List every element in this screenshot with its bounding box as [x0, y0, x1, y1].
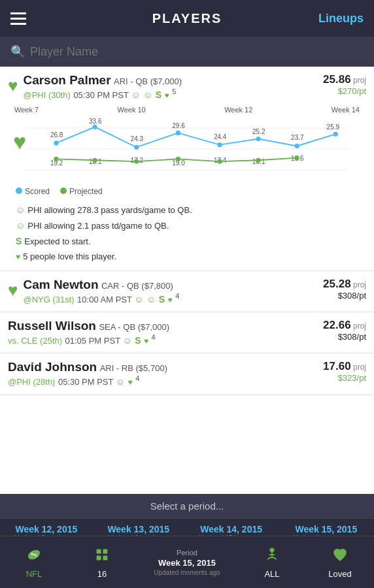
- svg-point-12: [92, 125, 97, 129]
- period-week-4: Week 15, 2015: [293, 524, 359, 534]
- svg-point-31: [256, 158, 260, 163]
- player-team-3: SEA - QB ($7,000): [99, 322, 169, 332]
- proj-score-2: 25.28: [323, 278, 351, 290]
- search-input[interactable]: [30, 45, 364, 59]
- bottom-nav: NFL 16 Period Week 15, 2015 Updated mome…: [0, 536, 374, 588]
- badge-s-1: S: [156, 90, 162, 100]
- proj-score-4: 17.60: [323, 360, 351, 372]
- select-period-bar[interactable]: Select a period...: [0, 494, 374, 518]
- svg-point-26: [54, 157, 58, 161]
- chart-svg-1: 26.8 33.6 24.3 29.6 24.4 25.2 23.7 25.9: [8, 116, 366, 182]
- player-chart-1: Week 7 Week 10 Week 12 Week 14 26.8 33.6…: [8, 101, 366, 270]
- player-matchup-2: @NYG (31st): [23, 295, 74, 304]
- svg-point-27: [92, 158, 97, 163]
- player-card-3: Russell Wilson SEA - QB ($7,000) vs. CLE…: [0, 312, 374, 353]
- price-per-pt-4: $323/pt: [323, 373, 366, 383]
- svg-rect-38: [103, 549, 107, 554]
- player-stats-4: 17.60 proj $323/pt: [323, 360, 366, 383]
- svg-text:23.7: 23.7: [291, 135, 304, 142]
- player-stats-2: 25.28 proj $308/pt: [323, 278, 366, 301]
- player-matchup-3: vs. CLE (25th): [8, 336, 62, 346]
- insight-smile-1: ☺: [16, 203, 25, 218]
- svg-point-13: [134, 145, 139, 150]
- badge-heart-2: ♥: [168, 295, 173, 304]
- svg-rect-39: [97, 555, 101, 560]
- svg-point-16: [256, 137, 260, 141]
- nav-period-updated: Updated moments ago: [154, 569, 220, 576]
- player-matchup-4: @PHI (28th): [8, 378, 55, 387]
- proj-score-1: 25.86: [323, 73, 351, 86]
- nav-sport[interactable]: NFL: [0, 546, 68, 579]
- nav-sort[interactable]: Loved: [306, 546, 374, 579]
- svg-text:25.2: 25.2: [252, 129, 265, 136]
- svg-point-14: [176, 131, 180, 135]
- badge-count-4: 4: [135, 374, 139, 382]
- insight-smile-2: ☺: [16, 218, 25, 234]
- player-matchup-1: @PHI (30th): [23, 90, 70, 100]
- nav-sort-value: Loved: [328, 569, 351, 579]
- chart-heart-overlay[interactable]: ♥: [13, 129, 26, 155]
- badge-smile-1b: ☺: [143, 90, 152, 100]
- player-team-1: ARI - QB ($7,000): [114, 76, 182, 86]
- svg-point-29: [176, 157, 180, 161]
- love-button-1[interactable]: ♥: [8, 76, 18, 96]
- svg-point-11: [54, 141, 58, 146]
- player-stats-1: 25.86 proj $270/pt: [323, 73, 366, 96]
- player-stats-3: 22.66 proj $308/pt: [323, 319, 366, 342]
- app-header: PLAYERS Lineups: [0, 0, 374, 37]
- badge-count-3: 4: [152, 333, 156, 341]
- player-card-1: ♥ Carson Palmer ARI - QB ($7,000) @PHI (…: [0, 67, 374, 271]
- player-team-2: CAR - QB ($7,800): [101, 281, 173, 291]
- player-card-2: ♥ Cam Newton CAR - QB ($7,800) @NYG (31s…: [0, 271, 374, 312]
- svg-rect-37: [97, 549, 101, 554]
- svg-text:26.8: 26.8: [50, 131, 63, 139]
- svg-text:24.4: 24.4: [214, 133, 227, 140]
- period-week-2: Week 13, 2015: [107, 524, 169, 534]
- nav-period-label: Period: [177, 549, 197, 557]
- svg-point-28: [134, 159, 139, 164]
- nav-period-week: Week 15, 2015: [158, 558, 216, 568]
- svg-point-32: [295, 155, 299, 160]
- badge-smile-4a: ☺: [116, 377, 125, 387]
- legend-projected-label: Projected: [69, 187, 103, 196]
- insight-heart: ♥: [16, 250, 20, 263]
- nav-games[interactable]: 16: [68, 546, 136, 579]
- nav-position-value: ALL: [264, 569, 279, 579]
- period-week-1: Week 12, 2015: [15, 524, 78, 534]
- games-icon: [93, 546, 111, 566]
- badge-s-3: S: [135, 335, 141, 346]
- svg-text:33.6: 33.6: [89, 118, 102, 125]
- sort-loved-icon: [331, 546, 349, 566]
- player-name-4: David Johnson: [8, 360, 97, 374]
- chart-legend: Scored Projected: [8, 184, 366, 199]
- love-button-2[interactable]: ♥: [8, 280, 18, 301]
- badge-s-2: S: [159, 294, 165, 304]
- player-team-4: ARI - RB ($5,700): [100, 363, 167, 373]
- badge-heart-1: ♥: [165, 91, 169, 100]
- svg-point-30: [217, 159, 222, 164]
- lineups-button[interactable]: Lineups: [318, 12, 364, 25]
- player-time-1: 05:30 PM PST: [73, 90, 131, 100]
- period-week-3: Week 14, 2015: [199, 524, 264, 534]
- svg-text:29.6: 29.6: [172, 123, 185, 130]
- nav-period[interactable]: Period Week 15, 2015 Updated moments ago: [136, 549, 238, 576]
- svg-rect-40: [103, 555, 107, 560]
- player-name-1: Carson Palmer: [23, 73, 110, 87]
- svg-point-17: [295, 144, 299, 148]
- insight-s: S: [16, 234, 22, 250]
- player-name-2: Cam Newton: [23, 278, 98, 291]
- price-per-pt-1: $270/pt: [323, 86, 366, 96]
- badge-heart-3: ♥: [144, 336, 148, 346]
- player-card-4: David Johnson ARI - RB ($5,700) @PHI (28…: [0, 353, 374, 395]
- proj-score-3: 22.66: [323, 319, 351, 331]
- nav-position[interactable]: ALL: [238, 546, 306, 579]
- badge-heart-4: ♥: [128, 378, 133, 387]
- svg-point-18: [333, 132, 338, 137]
- player-insights-1: ☺PHI allowing 278.3 pass yards/game to Q…: [8, 199, 366, 270]
- search-icon: 🔍: [10, 44, 25, 59]
- menu-button[interactable]: [10, 12, 26, 25]
- badge-count-1: 5: [172, 88, 176, 95]
- position-icon: [263, 546, 281, 566]
- player-time-4: 05:30 PM PST: [58, 378, 116, 387]
- nav-games-value: 16: [97, 569, 107, 579]
